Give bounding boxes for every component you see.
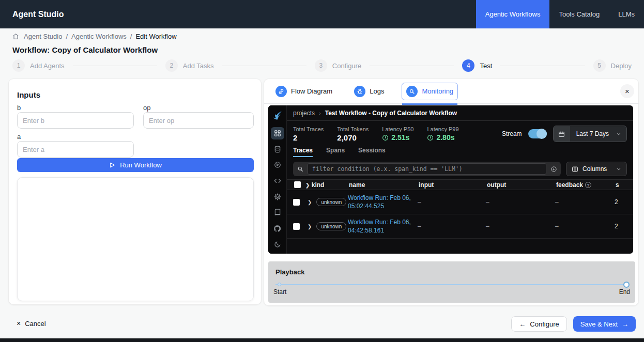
filter-condition-box [293, 162, 561, 176]
playback-slider-track[interactable] [275, 284, 628, 285]
stat-latency-p99: Latency P99 2.80s [427, 126, 458, 142]
date-range-value: Last 7 Days [570, 130, 616, 137]
row-checkbox[interactable] [293, 223, 300, 230]
tab-logs[interactable]: Logs [350, 83, 388, 100]
breadcrumb-item[interactable]: Agent Studio [24, 33, 62, 40]
stat-total-traces: Total Traces 2 [293, 126, 324, 142]
step-test[interactable]: 4 Test [462, 59, 492, 72]
cell-clipped: 2 [615, 198, 633, 206]
projects-grid-icon[interactable] [271, 127, 284, 140]
stat-total-tokens: Total Tokens 2,070 [337, 126, 369, 142]
col-feedback: feedback [556, 181, 583, 189]
playback-end-handle[interactable] [623, 282, 630, 288]
breadcrumb-item[interactable]: Agentic Workflows [71, 33, 127, 40]
kind-badge: unknown [316, 198, 346, 206]
input-b[interactable] [17, 112, 134, 129]
columns-button-label: Columns [582, 165, 607, 173]
step-configure[interactable]: 3 Configure [315, 59, 361, 72]
calendar-icon [554, 126, 570, 142]
add-filter-icon[interactable] [546, 166, 561, 173]
search-icon [293, 166, 308, 172]
table-row[interactable]: ❯unknown Workflow Run: Feb 06,04:42:58.1… [287, 214, 633, 239]
input-a[interactable] [17, 141, 134, 158]
columns-icon [572, 166, 578, 173]
input-op[interactable] [143, 112, 254, 129]
row-checkbox[interactable] [293, 199, 300, 206]
monitoring-breadcrumb: projects › Test Workflow - Copy of Calcu… [287, 105, 633, 121]
col-input: input [418, 181, 486, 189]
stream-toggle[interactable] [528, 129, 547, 138]
viewer-panel: Flow Diagram Logs Monitoring × [264, 79, 639, 306]
filter-row: Columns [287, 159, 633, 179]
monitoring-sidebar [268, 105, 287, 254]
col-clipped: s [615, 181, 633, 189]
playback-start-dot[interactable] [278, 283, 281, 286]
select-all-checkbox[interactable] [294, 181, 301, 188]
expand-row-icon[interactable]: ❯ [308, 224, 312, 229]
nav-agentic-workflows[interactable]: Agentic Workflows [476, 0, 550, 28]
breadcrumb: Agent Studio / Agentic Workflows / Edit … [0, 28, 644, 44]
monitoring-content: projects › Test Workflow - Copy of Calcu… [287, 105, 633, 254]
inputs-panel: Inputs b op a Run Workflow [8, 79, 262, 305]
dark-mode-moon-icon[interactable] [271, 238, 284, 251]
settings-icon[interactable] [271, 190, 284, 203]
tab-traces[interactable]: Traces [293, 147, 313, 157]
stream-toggle-knob[interactable] [536, 129, 547, 139]
step-add-tasks[interactable]: 2 Add Tasks [165, 59, 214, 72]
tab-spans[interactable]: Spans [326, 147, 345, 156]
tab-logs-label: Logs [370, 87, 384, 95]
trace-name-link[interactable]: Workflow Run: Feb 06,05:02:44.525 [348, 194, 418, 210]
run-icon [109, 162, 116, 168]
monitoring-tabs: Traces Spans Sessions [287, 147, 633, 159]
col-name: name [348, 181, 418, 189]
stream-label: Stream [502, 130, 522, 137]
columns-button[interactable]: Columns [566, 162, 627, 176]
nav-llms[interactable]: LLMs [609, 0, 644, 28]
playground-icon[interactable] [271, 159, 284, 172]
tab-monitoring[interactable]: Monitoring [402, 83, 458, 100]
github-icon[interactable] [271, 222, 284, 235]
projects-crumb[interactable]: projects [293, 110, 315, 117]
tab-flow-diagram[interactable]: Flow Diagram [271, 83, 336, 100]
arrow-right-icon: → [622, 320, 628, 328]
playback-panel: Playback Start End [268, 261, 635, 303]
apis-code-icon[interactable] [271, 175, 284, 188]
phoenix-logo-icon[interactable] [271, 109, 284, 122]
field-label-op: op [143, 104, 150, 112]
configure-button[interactable]: ← Configure [511, 316, 566, 332]
field-label-b: b [17, 104, 21, 112]
filter-condition-input[interactable] [308, 163, 546, 175]
step-add-agents[interactable]: 1 Add Agents [12, 59, 65, 72]
cancel-label: Cancel [25, 320, 45, 328]
datasets-icon[interactable] [271, 143, 284, 156]
close-viewer-button[interactable]: × [620, 84, 634, 98]
bug-icon [354, 86, 365, 97]
breadcrumb-separator: / [66, 33, 68, 40]
chevron-down-icon [616, 131, 626, 136]
magnifier-icon [406, 86, 418, 97]
breadcrumb-current: Edit Workflow [135, 33, 176, 40]
step-connector [370, 66, 454, 66]
cell-input: – [418, 223, 486, 230]
run-workflow-label: Run Workflow [120, 161, 162, 169]
date-range-button[interactable]: Last 7 Days [553, 126, 627, 142]
save-next-button[interactable]: Save & Next → [573, 316, 636, 332]
col-kind: kind [312, 181, 325, 189]
docs-book-icon[interactable] [271, 206, 284, 219]
workflow-stepper: 1 Add Agents 2 Add Tasks 3 Configure 4 T… [0, 57, 644, 74]
step-deploy[interactable]: 5 Deploy [593, 59, 632, 72]
expand-all-icon[interactable]: ❯ [305, 182, 310, 188]
cancel-button[interactable]: × Cancel [17, 319, 46, 328]
clock-icon [382, 134, 389, 141]
traces-table: ❯ kind name input output feedback? s ❯un… [287, 179, 633, 254]
trace-name-link[interactable]: Workflow Run: Feb 06,04:42:58.161 [348, 218, 418, 235]
app-title: Agent Studio [12, 10, 64, 19]
tab-sessions[interactable]: Sessions [358, 147, 386, 156]
cell-output: – [486, 223, 555, 230]
table-row[interactable]: ❯unknown Workflow Run: Feb 06,05:02:44.5… [287, 190, 633, 214]
chevron-down-icon [616, 166, 621, 172]
expand-row-icon[interactable]: ❯ [308, 199, 312, 205]
run-workflow-button[interactable]: Run Workflow [17, 158, 254, 172]
nav-tools-catalog[interactable]: Tools Catalog [549, 0, 609, 28]
workflow-output-box [17, 177, 254, 301]
